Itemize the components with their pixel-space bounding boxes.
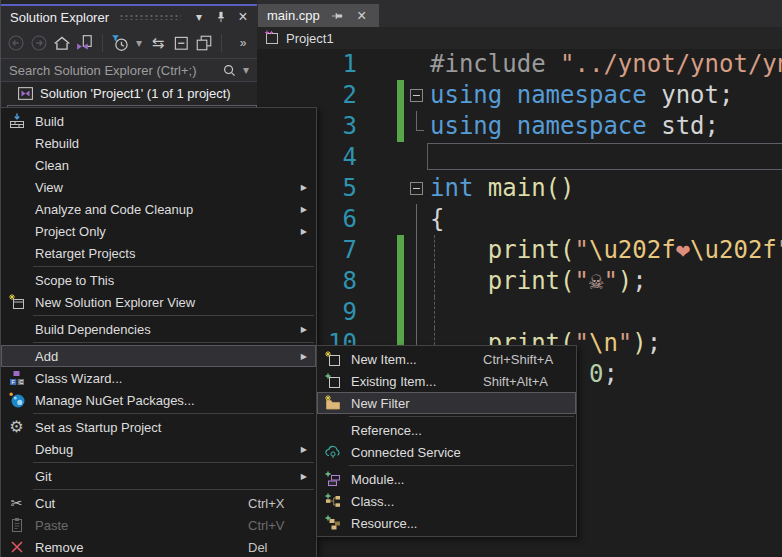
menu-item-clean[interactable]: Clean — [1, 154, 316, 176]
menu-item-connected-service[interactable]: Connected Service — [317, 441, 576, 463]
menu-item-retarget-projects[interactable]: Retarget Projects — [1, 242, 316, 264]
line-number[interactable]: 1 — [257, 49, 357, 80]
menu-item-class[interactable]: Class... — [317, 490, 576, 512]
menu-item-project-only[interactable]: Project Only▶ — [1, 220, 316, 242]
menu-item-label: New Solution Explorer View — [35, 295, 195, 310]
code-text[interactable]: using namespace ynot; — [430, 80, 782, 111]
code-line-9[interactable]: 9 — [257, 297, 782, 328]
collapse-box-icon[interactable] — [410, 89, 423, 102]
menu-item-set-as-startup-project[interactable]: ⚙Set as Startup Project — [1, 416, 316, 438]
outlining-margin[interactable] — [404, 80, 430, 111]
code-text[interactable]: using namespace std; — [430, 111, 782, 142]
back-icon[interactable] — [7, 34, 25, 52]
search-icon[interactable] — [222, 63, 237, 78]
code-line-4[interactable]: 4 — [257, 142, 782, 173]
collapse-all-icon[interactable] — [172, 34, 190, 52]
code-line-5[interactable]: 5int main() — [257, 173, 782, 204]
code-text[interactable]: int main() — [430, 173, 782, 204]
menu-item-new-item[interactable]: New Item...Ctrl+Shift+A — [317, 348, 576, 370]
tab-main-cpp[interactable]: main.cpp × — [258, 4, 379, 27]
nuget-icon — [8, 392, 25, 409]
code-line-2[interactable]: 2using namespace ynot; — [257, 80, 782, 111]
change-margin — [357, 235, 404, 266]
menu-item-build[interactable]: Build — [1, 110, 316, 132]
close-icon[interactable]: × — [235, 9, 251, 25]
menu-item-label: Build Dependencies — [35, 322, 151, 337]
search-placeholder: Search Solution Explorer (Ctrl+;) — [9, 63, 218, 78]
outlining-margin[interactable] — [404, 235, 430, 266]
menu-item-scope-to-this[interactable]: Scope to This — [1, 269, 316, 291]
add-submenu: New Item...Ctrl+Shift+AExisting Item...S… — [316, 345, 577, 537]
menu-item-view[interactable]: View▶ — [1, 176, 316, 198]
menu-item-resource[interactable]: Resource... — [317, 512, 576, 534]
menu-item-new-solution-explorer-view[interactable]: New Solution Explorer View — [1, 291, 316, 313]
code-text[interactable]: #include "../ynot/ynot/ynot.h" — [430, 49, 782, 80]
sync-with-active-document-icon[interactable] — [76, 34, 94, 52]
outline-line — [416, 111, 424, 131]
menu-item-new-filter[interactable]: New Filter — [317, 392, 576, 414]
module-icon — [324, 471, 341, 488]
code-line-3[interactable]: 3using namespace std; — [257, 111, 782, 142]
class-wizard-icon: FC — [8, 370, 25, 387]
menu-item-manage-nuget-packages[interactable]: Manage NuGet Packages... — [1, 389, 316, 411]
menu-item-label: New Filter — [351, 396, 410, 411]
outlining-margin[interactable] — [404, 297, 430, 328]
menu-item-paste[interactable]: PasteCtrl+V — [1, 514, 316, 536]
blank-icon — [8, 179, 25, 196]
tab-close-icon[interactable]: × — [354, 8, 370, 24]
outlining-margin[interactable] — [404, 111, 430, 142]
code-line-6[interactable]: 6{ — [257, 204, 782, 235]
home-icon[interactable] — [53, 34, 71, 52]
search-options-dropdown-icon[interactable]: ▾ — [241, 62, 251, 78]
filter-dropdown-icon[interactable]: ▾ — [134, 35, 144, 51]
pin-icon[interactable] — [213, 9, 229, 25]
solution-label: Solution 'Project1' (1 of 1 project) — [40, 86, 231, 101]
code-line-1[interactable]: 1#include "../ynot/ynot/ynot.h" — [257, 49, 782, 80]
menu-item-debug[interactable]: Debug▶ — [1, 438, 316, 460]
navbar-project-label: Project1 — [286, 31, 334, 46]
outlining-margin[interactable] — [404, 49, 430, 80]
code-text[interactable] — [430, 297, 782, 328]
blank-icon — [8, 321, 25, 338]
code-text[interactable]: { — [430, 204, 782, 235]
menu-item-build-dependencies[interactable]: Build Dependencies▶ — [1, 318, 316, 340]
outlining-margin[interactable] — [404, 173, 430, 204]
code-text[interactable] — [430, 142, 782, 173]
solution-node[interactable]: Solution 'Project1' (1 of 1 project) — [1, 84, 257, 103]
code-text[interactable]: print("\u202f❤\u202f"); — [430, 235, 782, 266]
code-line-7[interactable]: 7 print("\u202f❤\u202f"); — [257, 235, 782, 266]
collapse-box-icon[interactable] — [410, 182, 423, 195]
menu-item-module[interactable]: Module... — [317, 468, 576, 490]
menu-item-label: Debug — [35, 442, 73, 457]
menu-item-git[interactable]: Git▶ — [1, 465, 316, 487]
menu-item-rebuild[interactable]: Rebuild — [1, 132, 316, 154]
drag-grip[interactable] — [119, 14, 181, 20]
menu-item-label: Analyze and Code Cleanup — [35, 202, 193, 217]
toolbar-overflow-icon[interactable]: » — [235, 35, 251, 51]
menu-item-class-wizard[interactable]: FCClass Wizard... — [1, 367, 316, 389]
tab-title: main.cpp — [267, 8, 320, 23]
menu-item-existing-item[interactable]: Existing Item...Shift+Alt+A — [317, 370, 576, 392]
menu-item-label: Set as Startup Project — [35, 420, 161, 435]
show-all-files-icon[interactable] — [195, 34, 213, 52]
outlining-margin[interactable] — [404, 266, 430, 297]
pending-changes-filter-icon[interactable] — [111, 34, 129, 52]
code-text[interactable]: print("☠"); — [430, 266, 782, 297]
menu-item-label: Retarget Projects — [35, 246, 135, 261]
navigation-bar[interactable]: Project1 — [257, 27, 782, 49]
outlining-margin[interactable] — [404, 204, 430, 235]
tab-pin-icon[interactable] — [329, 8, 345, 24]
window-position-dropdown-icon[interactable]: ▾ — [191, 9, 207, 25]
code-line-8[interactable]: 8 print("☠"); — [257, 266, 782, 297]
search-input[interactable]: Search Solution Explorer (Ctrl+;) ▾ — [1, 58, 257, 82]
forward-icon[interactable] — [30, 34, 48, 52]
menu-item-label: Rebuild — [35, 136, 79, 151]
menu-item-analyze-and-code-cleanup[interactable]: Analyze and Code Cleanup▶ — [1, 198, 316, 220]
menu-item-cut[interactable]: ✂CutCtrl+X — [1, 492, 316, 514]
change-margin — [357, 204, 404, 235]
menu-item-add[interactable]: Add▶ — [1, 345, 316, 367]
change-bar — [397, 266, 404, 297]
switch-views-icon[interactable]: ⇆ — [149, 34, 167, 52]
menu-item-reference[interactable]: Reference... — [317, 419, 576, 441]
menu-item-remove[interactable]: RemoveDel — [1, 536, 316, 557]
